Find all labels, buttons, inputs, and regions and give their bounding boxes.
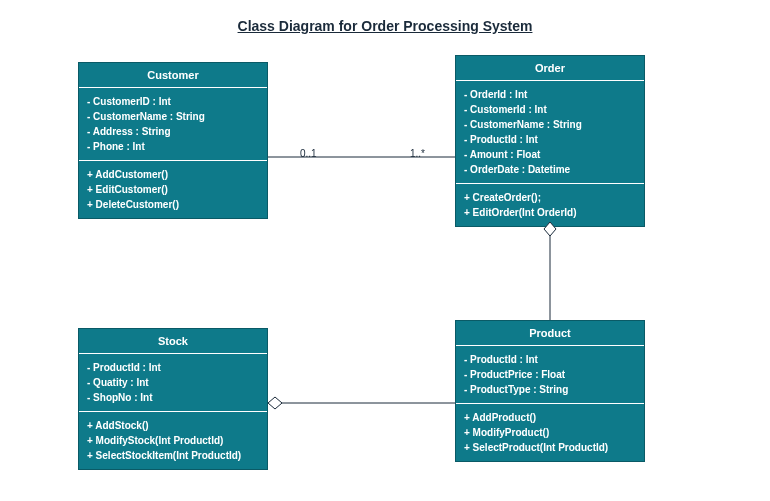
op: + SelectStockItem(Int ProductId) [87,448,259,463]
class-stock-ops: + AddStock() + ModifyStock(Int ProductId… [79,412,267,469]
op: + DeleteCustomer() [87,197,259,212]
attr: - Phone : Int [87,139,259,154]
class-order-name: Order [456,56,644,81]
class-stock-name: Stock [79,329,267,354]
class-order-ops: + CreateOrder(); + EditOrder(Int OrderId… [456,184,644,226]
attr: - CustomerID : Int [87,94,259,109]
class-customer: Customer - CustomerID : Int - CustomerNa… [78,62,268,219]
op: + SelectProduct(Int ProductId) [464,440,636,455]
class-product-attrs: - ProductId : Int - ProductPrice : Float… [456,346,644,404]
op: + AddStock() [87,418,259,433]
class-product-ops: + AddProduct() + ModifyProduct() + Selec… [456,404,644,461]
class-customer-ops: + AddCustomer() + EditCustomer() + Delet… [79,161,267,218]
attr: - ProductPrice : Float [464,367,636,382]
op: + AddProduct() [464,410,636,425]
diagram-title: Class Diagram for Order Processing Syste… [0,0,770,34]
class-stock-attrs: - ProductId : Int - Quatity : Int - Shop… [79,354,267,412]
op: + EditCustomer() [87,182,259,197]
multiplicity-customer-side: 0..1 [300,148,317,159]
class-customer-name: Customer [79,63,267,88]
attr: - Address : String [87,124,259,139]
op: + ModifyProduct() [464,425,636,440]
op: + ModifyStock(Int ProductId) [87,433,259,448]
svg-marker-4 [268,397,282,409]
op: + CreateOrder(); [464,190,636,205]
attr: - ProductId : Int [464,352,636,367]
attr: - CustomerName : String [464,117,636,132]
attr: - OrderDate : Datetime [464,162,636,177]
attr: - ProductId : Int [464,132,636,147]
attr: - OrderId : Int [464,87,636,102]
attr: - ProductType : String [464,382,636,397]
attr: - CustomerId : Int [464,102,636,117]
attr: - Amount : Float [464,147,636,162]
class-stock: Stock - ProductId : Int - Quatity : Int … [78,328,268,470]
multiplicity-order-side: 1..* [410,148,425,159]
attr: - CustomerName : String [87,109,259,124]
class-order: Order - OrderId : Int - CustomerId : Int… [455,55,645,227]
op: + AddCustomer() [87,167,259,182]
attr: - ProductId : Int [87,360,259,375]
class-product-name: Product [456,321,644,346]
class-customer-attrs: - CustomerID : Int - CustomerName : Stri… [79,88,267,161]
class-order-attrs: - OrderId : Int - CustomerId : Int - Cus… [456,81,644,184]
class-product: Product - ProductId : Int - ProductPrice… [455,320,645,462]
attr: - Quatity : Int [87,375,259,390]
op: + EditOrder(Int OrderId) [464,205,636,220]
attr: - ShopNo : Int [87,390,259,405]
